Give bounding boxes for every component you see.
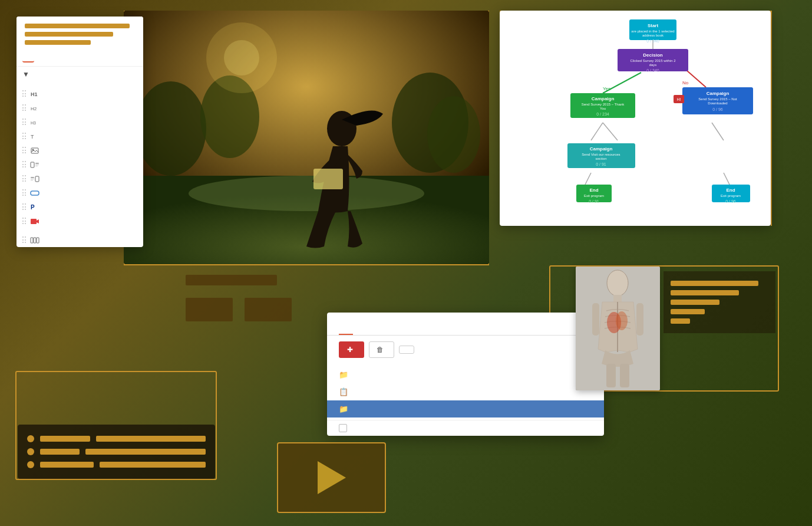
- columns-icon: [29, 236, 40, 244]
- all-campaigns-item[interactable]: 📋: [327, 383, 604, 400]
- panel-item-title[interactable]: H1: [16, 87, 143, 101]
- svg-text:0 / 340: 0 / 340: [646, 39, 659, 43]
- panel-item-image-text[interactable]: [16, 157, 143, 172]
- add-folder-icon: 📁: [339, 370, 348, 379]
- right-bar-3: [671, 300, 719, 305]
- svg-rect-83: [620, 364, 629, 387]
- delete-button[interactable]: 🗑: [369, 341, 394, 358]
- more-actions-button[interactable]: [399, 346, 414, 354]
- svg-text:0 / 96: 0 / 96: [712, 107, 723, 111]
- panel-item-section-title[interactable]: H3: [16, 115, 143, 129]
- right-bars-panel: [664, 271, 775, 333]
- campaigns-tabs: [327, 327, 604, 336]
- video-play-button[interactable]: [277, 442, 386, 513]
- campaigns-folder-list: 📁 📋 📁: [327, 364, 604, 420]
- panel-bar-2: [25, 32, 113, 37]
- drag-handle: [22, 104, 26, 111]
- tab-outbox[interactable]: [353, 327, 367, 335]
- svg-text:Campaign: Campaign: [592, 96, 615, 101]
- drag-handle: [22, 133, 26, 140]
- svg-text:Downloaded: Downloaded: [708, 101, 727, 105]
- panel-item-image[interactable]: [16, 143, 143, 157]
- svg-text:Exit program: Exit program: [584, 194, 604, 198]
- svg-point-2: [136, 81, 206, 176]
- wf-frame-right: [771, 11, 772, 226]
- trash-icon: 🗑: [377, 346, 384, 354]
- panel-item-subtitle[interactable]: H2: [16, 101, 143, 115]
- add-folder-item[interactable]: 📁: [327, 366, 604, 383]
- content-section-label: [16, 82, 143, 87]
- panel-item-text[interactable]: T: [16, 129, 143, 143]
- campaigns-title: [327, 313, 604, 327]
- drag-handle: [22, 161, 26, 168]
- tab-styles[interactable]: [38, 57, 49, 62]
- drag-handle: [22, 236, 26, 244]
- photo-frame-bottom: [124, 264, 489, 265]
- svg-text:HI: HI: [677, 97, 681, 101]
- tab-sent[interactable]: [367, 327, 381, 335]
- svg-text:End: End: [726, 188, 735, 193]
- new-campaign-button[interactable]: ✚: [339, 341, 364, 358]
- svg-text:Send Survey 2015 – Not: Send Survey 2015 – Not: [698, 97, 737, 101]
- layout-section-label: [16, 228, 143, 233]
- panel-item-text-image[interactable]: [16, 172, 143, 186]
- svg-point-6: [189, 176, 424, 211]
- svg-rect-46: [618, 49, 688, 71]
- svg-rect-23: [31, 179, 34, 179]
- right-bar-5: [671, 318, 690, 324]
- button-icon: [29, 189, 40, 197]
- svg-text:Decision: Decision: [643, 52, 662, 58]
- text-image-icon: [29, 175, 40, 183]
- svg-rect-28: [31, 238, 33, 243]
- panel-item-button[interactable]: [16, 186, 143, 200]
- panel-item-columns[interactable]: [16, 233, 143, 247]
- panel-header-bars: [16, 17, 143, 53]
- select-all-checkbox[interactable]: [339, 424, 347, 432]
- drag-handle: [22, 119, 26, 126]
- right-bar-4: [671, 309, 705, 314]
- svg-rect-78: [613, 295, 622, 302]
- svg-text:P: P: [31, 204, 35, 211]
- email-block-1: [186, 275, 277, 285]
- tab-build[interactable]: [22, 57, 34, 63]
- svg-line-36: [591, 123, 603, 140]
- building-blocks-section[interactable]: ▼: [16, 67, 143, 82]
- panel-item-video[interactable]: [16, 214, 143, 228]
- svg-line-33: [682, 67, 706, 87]
- panel-item-paypal[interactable]: P: [16, 200, 143, 214]
- svg-rect-22: [31, 177, 34, 178]
- svg-rect-25: [31, 191, 39, 195]
- svg-text:H2: H2: [31, 106, 37, 111]
- svg-text:No: No: [682, 80, 689, 86]
- svg-line-39: [585, 173, 591, 185]
- svg-rect-21: [35, 176, 39, 182]
- svg-rect-85: [636, 303, 643, 336]
- svg-text:0 / 91: 0 / 91: [596, 162, 606, 166]
- svg-text:Campaign: Campaign: [707, 91, 730, 96]
- svg-text:Start: Start: [648, 23, 659, 28]
- drag-handle: [22, 189, 26, 196]
- svg-rect-56: [682, 87, 753, 114]
- image-icon: [29, 146, 40, 154]
- svg-rect-18: [35, 163, 39, 164]
- svg-rect-24: [31, 180, 33, 180]
- svg-rect-51: [570, 93, 635, 118]
- svg-text:End: End: [589, 188, 598, 193]
- svg-rect-29: [34, 238, 36, 243]
- svg-rect-8: [313, 169, 343, 189]
- svg-text:H1: H1: [31, 91, 38, 97]
- collapse-arrow: ▼: [22, 70, 29, 78]
- drag-handle: [22, 203, 26, 211]
- svg-text:Yes: Yes: [603, 86, 610, 91]
- svg-rect-70: [712, 185, 750, 202]
- panel-tabs: [16, 53, 143, 67]
- campaigns-folder-icon: 📁: [339, 405, 348, 413]
- svg-text:T: T: [31, 134, 34, 139]
- tab-unsent[interactable]: [339, 327, 353, 335]
- drag-handle: [22, 218, 26, 225]
- campaigns-folder-item[interactable]: 📁: [327, 400, 604, 417]
- svg-rect-27: [31, 219, 37, 224]
- photo-svg: [124, 11, 489, 264]
- svg-text:0 / 91: 0 / 91: [589, 199, 599, 203]
- svg-rect-19: [35, 165, 39, 165]
